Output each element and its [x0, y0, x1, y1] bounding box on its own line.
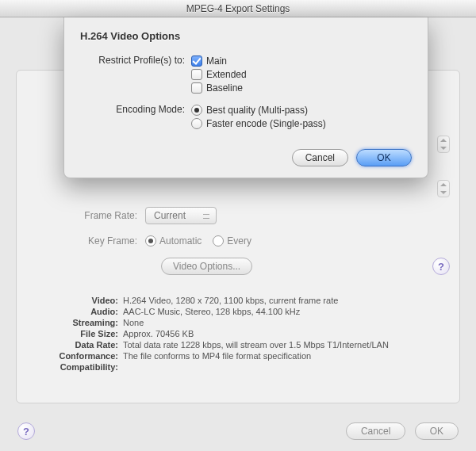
export-summary: Video: H.264 Video, 1280 x 720, 1100 kbp… [44, 294, 440, 373]
frame-rate-dropdown[interactable]: Current [145, 207, 217, 224]
summary-compatibility-value [123, 362, 440, 372]
unknown-stepper-1[interactable] [437, 136, 450, 153]
window-titlebar: MPEG-4 Export Settings [0, 0, 476, 17]
window-ok-button[interactable]: OK [415, 422, 459, 440]
help-icon: ? [23, 426, 29, 438]
summary-video-label: Video: [44, 296, 123, 305]
window-help-button[interactable]: ? [17, 422, 35, 440]
summary-streaming-label: Streaming: [44, 318, 123, 327]
unknown-stepper-2[interactable] [437, 180, 450, 197]
profile-extended-label: Extended [206, 69, 247, 80]
window-title: MPEG-4 Export Settings [186, 3, 290, 14]
sheet-cancel-button[interactable]: Cancel [292, 149, 348, 166]
summary-datarate-value: Total data rate 1228 kbps, will stream o… [123, 340, 440, 350]
video-options-button[interactable]: Video Options... [161, 258, 252, 275]
profile-main-label: Main [206, 55, 227, 67]
profile-baseline-checkbox[interactable] [191, 82, 202, 94]
profile-baseline-label: Baseline [206, 82, 243, 94]
encoding-best-radio[interactable] [191, 105, 202, 116]
summary-video-value: H.264 Video, 1280 x 720, 1100 kbps, curr… [123, 296, 440, 305]
profile-main-checkbox[interactable] [191, 55, 202, 67]
key-frame-every-radio[interactable] [213, 235, 224, 247]
frame-rate-value: Current [154, 210, 186, 221]
summary-audio-value: AAC-LC Music, Stereo, 128 kbps, 44.100 k… [123, 307, 440, 316]
summary-conformance-label: Conformance: [44, 351, 123, 361]
panel-help-button[interactable]: ? [432, 258, 450, 275]
sheet-title: H.264 Video Options [80, 30, 412, 42]
encoding-mode-label: Encoding Mode: [80, 102, 191, 115]
frame-rate-label: Frame Rate: [26, 210, 145, 221]
sheet-cancel-label: Cancel [305, 152, 335, 163]
sheet-ok-button[interactable]: OK [356, 149, 412, 166]
window-cancel-label: Cancel [361, 426, 390, 437]
video-options-sheet: H.264 Video Options Restrict Profile(s) … [63, 17, 428, 178]
summary-filesize-label: File Size: [44, 329, 123, 338]
summary-filesize-value: Approx. 70456 KB [123, 329, 440, 338]
encoding-faster-label: Faster encode (Single-pass) [206, 118, 326, 129]
profile-extended-checkbox[interactable] [191, 69, 202, 80]
video-options-button-label: Video Options... [173, 261, 240, 272]
summary-datarate-label: Data Rate: [44, 340, 123, 350]
summary-audio-label: Audio: [44, 307, 123, 316]
summary-conformance-value: The file conforms to MP4 file format spe… [123, 351, 440, 361]
window-ok-label: OK [430, 426, 443, 437]
key-frame-automatic-radio[interactable] [145, 235, 156, 247]
key-frame-label: Key Frame: [26, 235, 145, 247]
sheet-ok-label: OK [377, 152, 390, 163]
summary-streaming-value: None [123, 318, 440, 327]
restrict-profile-label: Restrict Profile(s) to: [80, 53, 191, 66]
help-icon: ? [438, 261, 444, 273]
key-frame-every-label: Every [227, 235, 251, 247]
encoding-best-label: Best quality (Multi-pass) [206, 105, 308, 116]
summary-compatibility-label: Compatibility: [44, 362, 123, 372]
window-bottom-bar: ? Cancel OK [0, 411, 476, 451]
window-cancel-button[interactable]: Cancel [346, 422, 405, 440]
encoding-faster-radio[interactable] [191, 118, 202, 129]
key-frame-automatic-label: Automatic [159, 235, 202, 247]
